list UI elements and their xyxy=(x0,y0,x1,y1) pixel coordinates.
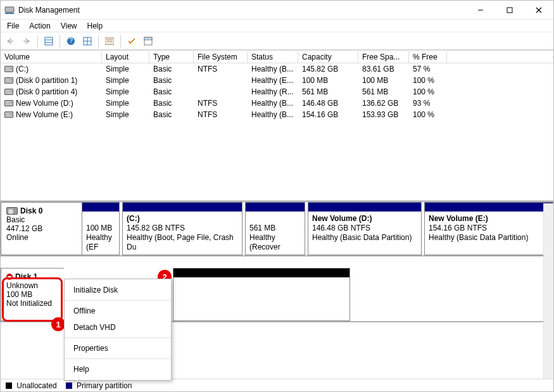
partition-title: New Volume (E:) xyxy=(429,214,488,223)
partition[interactable]: 100 MB Healthy (EF xyxy=(82,202,120,255)
vertical-scrollbar[interactable] xyxy=(543,203,553,379)
partition-bar xyxy=(173,269,349,277)
volume-status: Healthy (B... xyxy=(248,110,298,119)
volume-capacity: 145.82 GB xyxy=(298,65,358,73)
volume-list[interactable]: Volume Layout Type File System Status Ca… xyxy=(1,50,553,201)
volume-fs: NTFS xyxy=(194,110,248,119)
partition[interactable]: 561 MB Healthy (Recover xyxy=(245,202,305,255)
maximize-button[interactable] xyxy=(495,1,524,20)
col-capacity[interactable]: Capacity xyxy=(298,51,358,63)
swatch-navy xyxy=(66,383,72,389)
volume-layout: Simple xyxy=(102,76,149,85)
ctx-separator xyxy=(65,338,171,338)
menu-help[interactable]: Help xyxy=(82,20,108,32)
action-list-button[interactable] xyxy=(103,34,116,48)
volume-free: 83.61 GB xyxy=(358,65,409,73)
disk-title: Disk 1 xyxy=(15,272,37,281)
unallocated-partition[interactable] xyxy=(173,268,350,321)
disk-context-menu: Initialize Disk Offline Detach VHD Prope… xyxy=(64,279,172,381)
nav-forward-button[interactable] xyxy=(20,34,34,48)
disk-size: 100 MB xyxy=(6,290,59,299)
volume-type: Basic xyxy=(149,65,194,73)
panel-toggle-button[interactable] xyxy=(141,34,155,48)
volume-type: Basic xyxy=(149,87,194,96)
partition-bar xyxy=(308,203,421,212)
volume-layout: Simple xyxy=(102,65,149,73)
window-title: Disk Management xyxy=(18,6,466,15)
settings-grid-button[interactable] xyxy=(80,34,94,48)
ctx-initialize-disk[interactable]: Initialize Disk xyxy=(65,282,171,298)
swatch-black xyxy=(6,383,12,389)
col-layout[interactable]: Layout xyxy=(102,51,149,63)
col-type[interactable]: Type xyxy=(149,51,194,63)
volume-layout: Simple xyxy=(102,99,149,108)
menu-view[interactable]: View xyxy=(56,20,82,32)
disk-state: Not Initialized xyxy=(6,299,59,308)
col-free[interactable]: Free Spa... xyxy=(358,51,409,63)
help-button[interactable]: ? xyxy=(64,34,78,48)
partition-status: Healthy (Boot, Page File, Crash Du xyxy=(127,233,238,252)
volume-type: Basic xyxy=(149,110,194,119)
partition-bar xyxy=(123,203,242,212)
partition-bar xyxy=(425,203,553,212)
partition[interactable]: (C:) 145.82 GB NTFS Healthy (Boot, Page … xyxy=(122,202,242,255)
nav-back-button[interactable] xyxy=(3,34,17,48)
partition[interactable]: New Volume (D:) 146.48 GB NTFS Healthy (… xyxy=(308,202,422,255)
svg-rect-3 xyxy=(507,8,512,13)
volume-pctfree: 100 % xyxy=(409,110,447,119)
col-volume[interactable]: Volume xyxy=(1,51,102,63)
partition-status: Healthy (Basic Data Partition) xyxy=(429,233,549,243)
partition-size: 154.16 GB NTFS xyxy=(429,224,549,233)
volume-status: Healthy (B... xyxy=(248,99,298,108)
toolbar-separator xyxy=(98,35,99,47)
partition-size: 146.48 GB NTFS xyxy=(312,224,417,233)
col-spacer xyxy=(447,56,553,58)
view-list-button[interactable] xyxy=(42,34,56,48)
partition-size: 100 MB xyxy=(86,224,115,233)
minimize-button[interactable] xyxy=(466,1,495,20)
col-filesystem[interactable]: File System xyxy=(194,51,248,63)
ctx-offline[interactable]: Offline xyxy=(65,303,171,319)
volume-type: Basic xyxy=(149,76,194,85)
ctx-help[interactable]: Help xyxy=(65,361,171,377)
menu-file[interactable]: File xyxy=(2,20,24,32)
volume-type: Basic xyxy=(149,99,194,108)
disk-type: Unknown xyxy=(6,281,59,290)
error-icon xyxy=(6,274,13,280)
svg-rect-0 xyxy=(5,7,14,12)
volume-row[interactable]: (Disk 0 partition 1)SimpleBasicHealthy (… xyxy=(1,75,553,86)
volume-layout: Simple xyxy=(102,87,149,96)
volume-name: New Volume (E:) xyxy=(16,110,73,119)
col-pctfree[interactable]: % Free xyxy=(409,51,447,63)
volume-name: New Volume (D:) xyxy=(16,99,73,108)
app-icon xyxy=(4,5,15,15)
drive-icon xyxy=(4,66,13,72)
close-button[interactable] xyxy=(524,1,553,20)
ctx-detach-vhd[interactable]: Detach VHD xyxy=(65,319,171,336)
toolbar-separator xyxy=(37,35,38,47)
volume-row[interactable]: New Volume (D:)SimpleBasicNTFSHealthy (B… xyxy=(1,98,553,109)
volume-row[interactable]: New Volume (E:)SimpleBasicNTFSHealthy (B… xyxy=(1,109,553,120)
menu-action[interactable]: Action xyxy=(24,20,55,32)
volume-status: Healthy (R... xyxy=(248,87,298,96)
disk-state: Online xyxy=(6,233,77,242)
toolbar-separator xyxy=(120,35,121,47)
check-button[interactable] xyxy=(125,34,139,48)
partition-bar xyxy=(82,203,119,212)
partition-size: 145.82 GB NTFS xyxy=(127,224,238,233)
partition[interactable]: New Volume (E:) 154.16 GB NTFS Healthy (… xyxy=(424,202,553,255)
disk-label-1[interactable]: Disk 1 Unknown 100 MB Not Initialized xyxy=(1,268,64,321)
drive-icon xyxy=(4,111,13,118)
disk-title: Disk 0 xyxy=(20,206,42,215)
volume-name: (Disk 0 partition 1) xyxy=(16,76,77,85)
disk-row-0: Disk 0 Basic 447.12 GB Online 100 MB Hea… xyxy=(1,202,553,256)
disk-label-0[interactable]: Disk 0 Basic 447.12 GB Online xyxy=(1,202,82,255)
volume-row[interactable]: (C:)SimpleBasicNTFSHealthy (B...145.82 G… xyxy=(1,63,553,75)
partition-title: (C:) xyxy=(127,214,140,223)
ctx-properties[interactable]: Properties xyxy=(65,340,171,357)
menu-bar: File Action View Help xyxy=(1,20,553,32)
hdd-icon xyxy=(6,207,18,215)
disk0-partitions: 100 MB Healthy (EF (C:) 145.82 GB NTFS H… xyxy=(82,202,553,255)
col-status[interactable]: Status xyxy=(248,51,298,63)
volume-row[interactable]: (Disk 0 partition 4)SimpleBasicHealthy (… xyxy=(1,86,553,98)
